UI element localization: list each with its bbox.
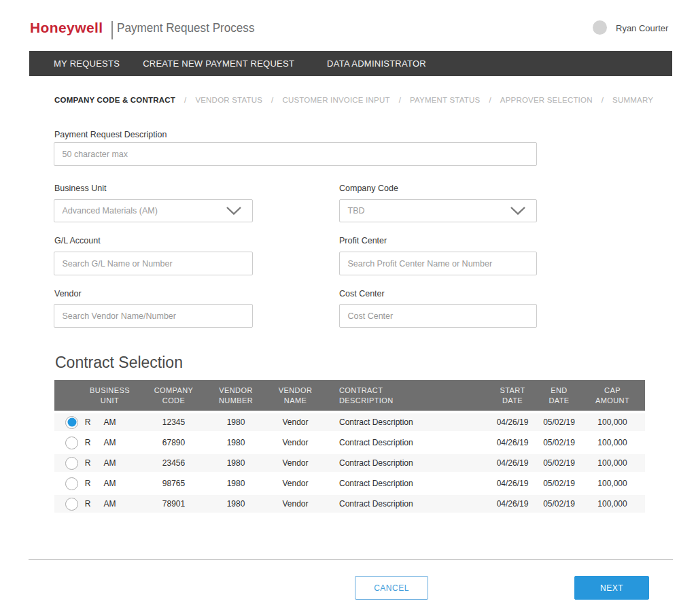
company-code-select[interactable]: TBD: [339, 199, 538, 222]
nav-item-data-administrator[interactable]: DATA ADMINISTRATOR: [327, 58, 426, 69]
contract-table-row: RAM678901980VendorContract Description04…: [54, 434, 645, 454]
main-navbar: MY REQUESTS CREATE NEW PAYMENT REQUEST D…: [29, 51, 672, 76]
cell-end-date: 05/02/19: [534, 495, 585, 515]
header-radio: [54, 380, 80, 413]
r-flag: R: [80, 434, 96, 454]
contract-selection-title: Contract Selection: [55, 354, 183, 372]
wizard-stepper: COMPANY CODE & CONTRACT / VENDOR STATUS …: [54, 96, 653, 104]
header-company-code: COMPANYCODE: [124, 380, 224, 413]
honeywell-logo: Honeywell: [30, 20, 103, 36]
radio-unselected-icon[interactable]: [65, 457, 78, 470]
step-approver-selection[interactable]: APPROVER SELECTION: [500, 96, 593, 104]
profit-center-placeholder: Search Profit Center Name or Number: [348, 259, 493, 269]
radio[interactable]: [54, 495, 80, 515]
step-payment-status[interactable]: PAYMENT STATUS: [410, 96, 480, 104]
cell-vendor-number: 1980: [224, 413, 255, 434]
contract-table-row: RAM789011980VendorContract Description04…: [54, 495, 645, 515]
r-flag: R: [80, 475, 96, 495]
cell-vendor-number: 1980: [224, 495, 255, 515]
header-vendor-number: VENDORNUMBER: [224, 380, 255, 413]
radio[interactable]: [54, 413, 80, 434]
step-separator: /: [602, 96, 604, 104]
contract-table-row: RAM234561980VendorContract Description04…: [54, 454, 645, 475]
table-header-row: BUSINESSUNIT COMPANYCODE VENDORNUMBER VE…: [54, 380, 645, 413]
cell-vendor-number: 1980: [224, 475, 255, 495]
cell-end-date: 05/02/19: [534, 454, 585, 475]
description-input[interactable]: 50 character max: [54, 142, 538, 166]
cell-company-code: 12345: [124, 413, 224, 434]
description-label: Payment Request Description: [54, 130, 167, 139]
radio-unselected-icon[interactable]: [65, 477, 78, 490]
profit-center-input[interactable]: Search Profit Center Name or Number: [339, 252, 538, 275]
cell-company-code: 78901: [124, 495, 224, 515]
cell-cap-amount: 100,000: [585, 475, 645, 495]
cost-center-label: Cost Center: [339, 289, 385, 298]
cell-contract-description: Contract Description: [325, 434, 491, 454]
step-vendor-status[interactable]: VENDOR STATUS: [195, 96, 262, 104]
cell-contract-description: Contract Description: [325, 454, 491, 475]
footer-divider: [29, 559, 673, 560]
radio-unselected-icon[interactable]: [65, 498, 78, 511]
r-flag: R: [80, 413, 96, 434]
cell-end-date: 05/02/19: [534, 413, 585, 434]
chevron-down-icon: [510, 207, 525, 215]
cost-center-placeholder: Cost Center: [348, 311, 394, 321]
business-unit-label: Business Unit: [54, 184, 106, 193]
company-code-value: TBD: [348, 206, 365, 216]
cell-business-unit: AM: [96, 495, 124, 515]
cell-vendor-number: 1980: [224, 454, 255, 475]
cell-business-unit: AM: [96, 475, 124, 495]
contract-table-row: RAM987651980VendorContract Description04…: [54, 475, 645, 495]
profit-center-label: Profit Center: [339, 236, 387, 245]
contract-selection-table: BUSINESSUNIT COMPANYCODE VENDORNUMBER VE…: [54, 380, 645, 515]
header-vendor-name: VENDORNAME: [255, 380, 325, 413]
cell-company-code: 23456: [124, 454, 224, 475]
user-name: Ryan Courter: [616, 23, 668, 33]
radio[interactable]: [54, 454, 80, 475]
chevron-down-icon: [226, 207, 241, 215]
business-unit-select[interactable]: Advanced Materials (AM): [54, 199, 253, 222]
gl-account-placeholder: Search G/L Name or Number: [63, 259, 173, 269]
step-separator: /: [271, 96, 273, 104]
app-title: Payment Request Process: [117, 20, 254, 35]
vendor-placeholder: Search Vendor Name/Number: [63, 311, 176, 321]
cell-cap-amount: 100,000: [585, 434, 645, 454]
step-separator: /: [184, 96, 186, 104]
step-summary[interactable]: SUMMARY: [612, 96, 653, 104]
nav-item-create-new-payment-request[interactable]: CREATE NEW PAYMENT REQUEST: [143, 58, 294, 69]
nav-item-my-requests[interactable]: MY REQUESTS: [54, 58, 120, 69]
radio-selected-icon[interactable]: [65, 416, 78, 429]
r-flag: R: [80, 495, 96, 515]
company-code-label: Company Code: [339, 184, 398, 193]
cell-vendor-number: 1980: [224, 434, 255, 454]
logo-divider: [111, 21, 113, 39]
cell-cap-amount: 100,000: [585, 454, 645, 475]
step-separator: /: [399, 96, 401, 104]
cell-end-date: 05/02/19: [534, 475, 585, 495]
contract-table-row: RAM123451980VendorContract Description04…: [54, 413, 645, 434]
radio[interactable]: [54, 434, 80, 454]
radio[interactable]: [54, 475, 80, 495]
cell-contract-description: Contract Description: [325, 495, 491, 515]
step-separator: /: [489, 96, 491, 104]
user-avatar[interactable]: [593, 20, 607, 35]
page: Honeywell Payment Request Process Ryan C…: [0, 0, 696, 616]
next-button[interactable]: NEXT: [574, 576, 649, 600]
cell-vendor-name: Vendor: [255, 434, 325, 454]
cancel-button[interactable]: CANCEL: [355, 576, 428, 600]
header-cap-amount: CAPAMOUNT: [585, 380, 645, 413]
cell-start-date: 04/26/19: [491, 454, 534, 475]
cell-business-unit: AM: [96, 413, 124, 434]
step-company-code-contract[interactable]: COMPANY CODE & CONTRACT: [54, 96, 175, 104]
cell-vendor-name: Vendor: [255, 413, 325, 434]
step-customer-invoice-input[interactable]: CUSTOMER INVOICE INPUT: [282, 96, 389, 104]
cell-end-date: 05/02/19: [534, 434, 585, 454]
radio-unselected-icon[interactable]: [65, 437, 78, 449]
vendor-input[interactable]: Search Vendor Name/Number: [54, 304, 253, 328]
cell-company-code: 98765: [124, 475, 224, 495]
cell-vendor-name: Vendor: [255, 495, 325, 515]
cost-center-input[interactable]: Cost Center: [339, 304, 538, 328]
header-contract-description: CONTRACTDESCRIPTION: [325, 380, 491, 413]
gl-account-input[interactable]: Search G/L Name or Number: [54, 252, 253, 275]
cell-start-date: 04/26/19: [491, 413, 534, 434]
